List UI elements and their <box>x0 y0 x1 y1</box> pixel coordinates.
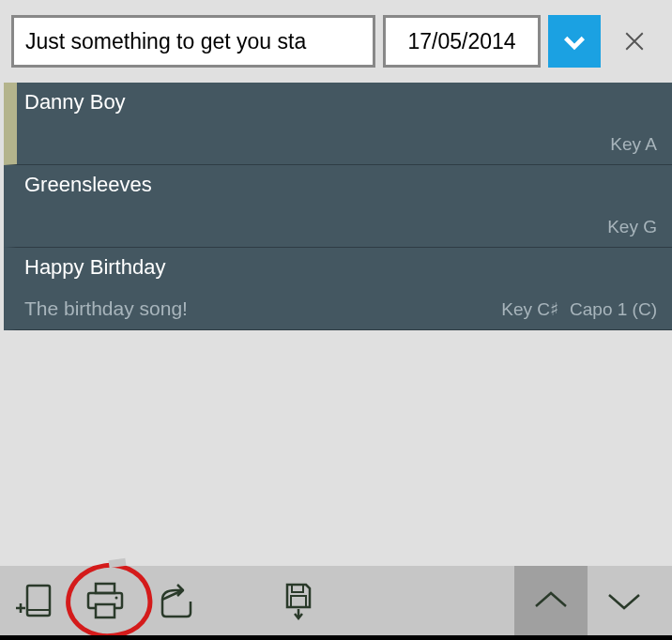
song-key-capo: Key C♯Capo 1 (C) <box>501 298 657 320</box>
song-item[interactable]: Greensleeves Key G <box>4 165 672 248</box>
song-key-text: Key C♯ <box>501 299 558 319</box>
save-button[interactable] <box>278 578 323 623</box>
close-icon <box>620 27 649 55</box>
song-title: Greensleeves <box>24 173 657 197</box>
svg-rect-0 <box>27 586 50 616</box>
song-meta: Key A <box>24 134 657 155</box>
song-subtitle: The birthday song! <box>24 297 188 320</box>
song-meta: Key G <box>24 217 657 237</box>
confirm-button[interactable] <box>548 15 601 68</box>
song-list: Danny Boy Key A Greensleeves Key G Happy… <box>4 83 672 330</box>
move-down-button[interactable] <box>588 566 661 635</box>
save-icon <box>283 581 317 620</box>
chevron-up-icon <box>530 589 572 612</box>
print-button[interactable] <box>83 578 128 623</box>
setlist-title-input[interactable] <box>11 15 375 68</box>
svg-rect-4 <box>96 584 115 593</box>
song-item[interactable]: Danny Boy Key A <box>4 83 672 165</box>
song-item[interactable]: Happy Birthday The birthday song! Key C♯… <box>4 248 672 330</box>
song-key: Key G <box>607 217 657 237</box>
song-key: Key A <box>610 134 657 155</box>
add-to-device-icon <box>14 582 53 619</box>
move-up-button[interactable] <box>514 566 588 635</box>
setlist-date-input[interactable] <box>383 15 541 68</box>
header-bar <box>0 0 672 83</box>
svg-rect-6 <box>96 604 115 617</box>
svg-rect-9 <box>291 596 306 607</box>
add-device-button[interactable] <box>11 578 56 623</box>
chevron-down-icon <box>603 589 645 612</box>
bottom-toolbar <box>0 566 672 635</box>
song-meta: The birthday song! Key C♯Capo 1 (C) <box>24 297 657 320</box>
share-button[interactable] <box>154 578 199 623</box>
print-icon <box>84 582 126 619</box>
song-title: Happy Birthday <box>24 255 657 280</box>
song-title: Danny Boy <box>24 90 657 114</box>
svg-point-7 <box>115 597 118 600</box>
song-capo-text: Capo 1 (C) <box>570 299 657 319</box>
close-button[interactable] <box>608 15 661 68</box>
toolbar-right <box>514 566 661 635</box>
bottom-strip <box>0 635 672 640</box>
toolbar-left <box>11 578 323 623</box>
check-chevron-icon <box>561 28 588 54</box>
share-icon <box>157 583 196 618</box>
